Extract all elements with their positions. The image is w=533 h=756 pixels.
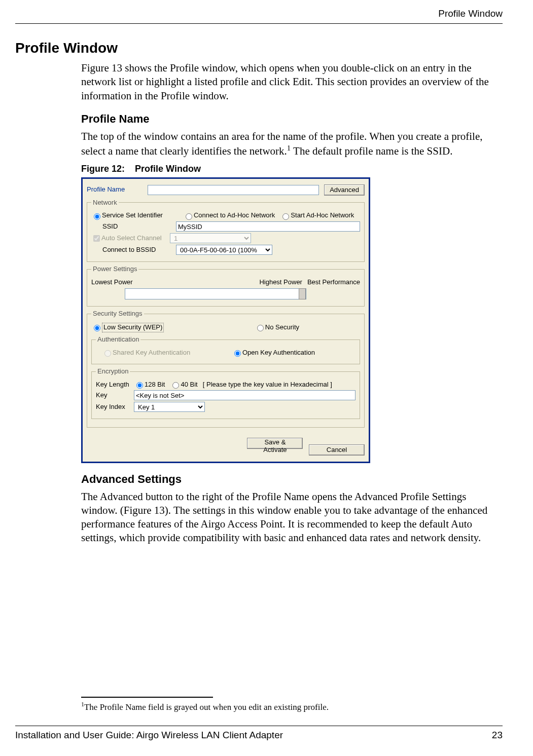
bssid-select[interactable]: 00-0A-F5-00-06-10 (100% — [176, 245, 272, 255]
best-performance-label: Best Performance — [307, 278, 360, 287]
auto-channel-checkbox: Auto Select Channel — [91, 234, 165, 243]
footnote-text: The Profile Name field is grayed out whe… — [84, 702, 329, 712]
highest-power-label: Highest Power — [259, 278, 302, 287]
advanced-settings-paragraph: The Advanced button to the right of the … — [81, 490, 503, 545]
auth-legend: Authentication — [96, 335, 140, 344]
ssi-radio[interactable]: Service Set Identifier — [91, 211, 163, 220]
footnote-1: 1The Profile Name field is grayed out wh… — [81, 701, 503, 713]
security-legend: Security Settings — [91, 310, 144, 318]
open-key-radio[interactable]: Open Key Authentication — [232, 349, 315, 357]
power-group: Power Settings Lowest Power Highest Powe… — [87, 265, 365, 307]
advanced-settings-heading: Advanced Settings — [81, 472, 503, 487]
figure-number: Figure 12: — [81, 164, 125, 174]
adhoc-connect-radio[interactable]: Connect to Ad-Hoc Network — [183, 211, 275, 220]
keylen-128-radio[interactable]: 128 Bit — [134, 381, 165, 389]
security-group: Security Settings Low Security (WEP) No … — [87, 310, 365, 428]
network-legend: Network — [91, 199, 119, 207]
profile-name-paragraph: The top of the window contains an area f… — [81, 130, 503, 159]
section-heading: Profile Window — [15, 39, 503, 57]
ssid-label: SSID — [91, 222, 176, 231]
page-number: 23 — [492, 729, 503, 742]
adhoc-start-radio[interactable]: Start Ad-Hoc Network — [280, 211, 354, 220]
keylength-label: Key Length — [96, 381, 134, 389]
ssid-input[interactable] — [176, 221, 360, 232]
low-security-radio[interactable]: Low Security (WEP) — [91, 323, 164, 332]
footnote-rule — [81, 697, 213, 698]
key-label: Key — [96, 391, 134, 400]
cancel-button[interactable]: Cancel — [309, 444, 365, 456]
hex-hint: [ Please type the key value in Hexadecim… — [203, 381, 332, 389]
advanced-button[interactable]: Advanced — [324, 184, 365, 196]
keyindex-label: Key Index — [96, 403, 134, 411]
profile-name-input[interactable] — [148, 185, 319, 195]
save-activate-button[interactable]: Save & Activate — [247, 438, 303, 449]
auth-group: Authentication Shared Key Authentication… — [91, 335, 360, 364]
figure-title: Profile Window — [135, 164, 201, 174]
intro-paragraph: Figure 13 shows the Profile window, whic… — [81, 61, 503, 103]
power-slider[interactable] — [125, 288, 306, 299]
running-header: Profile Window — [15, 8, 503, 24]
keyindex-select[interactable]: Key 1 — [134, 402, 205, 412]
figure-caption: Figure 12: Profile Window — [81, 163, 503, 175]
profile-name-text-b: The default profile name is the SSID. — [291, 145, 452, 157]
slider-thumb[interactable] — [299, 288, 306, 299]
bssid-label: Connect to BSSID — [91, 246, 176, 254]
encryption-group: Encryption Key Length 128 Bit 40 Bit [ P… — [91, 367, 360, 420]
channel-select: 1 — [170, 233, 251, 243]
profile-name-label: Profile Name — [87, 185, 148, 194]
page-footer: Installation and User Guide: Airgo Wirel… — [15, 726, 503, 742]
key-input[interactable] — [134, 390, 356, 400]
footer-title: Installation and User Guide: Airgo Wirel… — [15, 729, 283, 742]
profile-window-screenshot: Profile Name Advanced Network Service Se… — [81, 177, 370, 463]
network-group: Network Service Set Identifier Connect t… — [87, 199, 365, 262]
encryption-legend: Encryption — [96, 367, 130, 376]
power-legend: Power Settings — [91, 265, 138, 274]
profile-name-heading: Profile Name — [81, 112, 503, 127]
shared-key-radio: Shared Key Authentication — [96, 349, 190, 357]
no-security-radio[interactable]: No Security — [255, 323, 299, 332]
lowest-power-label: Lowest Power — [91, 278, 142, 287]
keylen-40-radio[interactable]: 40 Bit — [170, 381, 197, 389]
